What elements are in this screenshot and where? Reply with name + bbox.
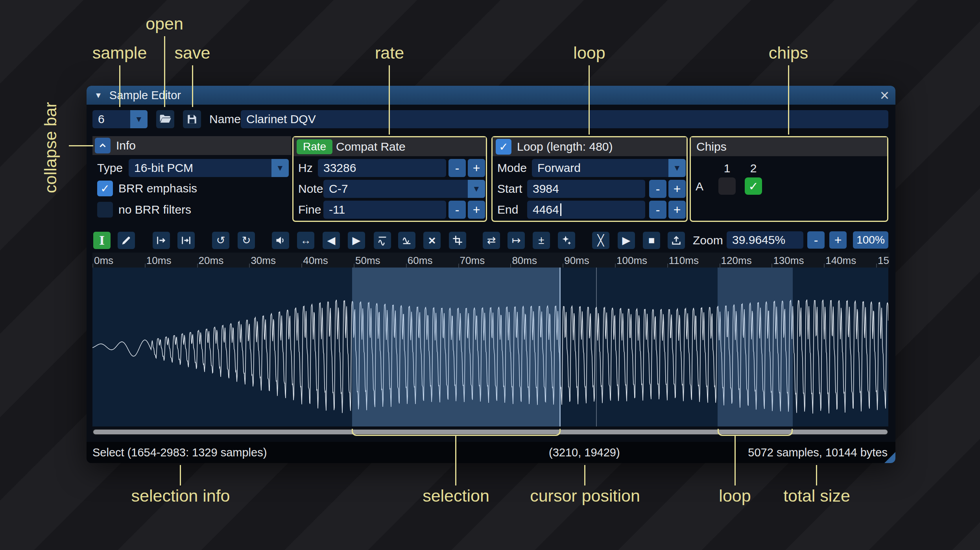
- waveform-view[interactable]: [92, 268, 888, 426]
- zoom-plus-button[interactable]: +: [829, 231, 847, 249]
- ruler-label: 150ms: [878, 255, 890, 267]
- annotation-collapse-bar-line: [69, 145, 93, 146]
- cursor-line: [596, 268, 597, 426]
- loop-end-input[interactable]: 4464: [527, 201, 645, 219]
- insert-silence-button[interactable]: [374, 232, 391, 249]
- info-panel: Info Type 16-bit PCM ▼ ✓ BRR emphasis no…: [92, 136, 291, 222]
- preview-button[interactable]: ▶: [618, 232, 635, 249]
- chevron-down-icon[interactable]: ▼: [130, 110, 148, 128]
- loop-start-value: 3984: [533, 182, 559, 196]
- resize-button[interactable]: [153, 232, 170, 249]
- loop-start-input[interactable]: 3984: [527, 180, 645, 198]
- upload-icon: [671, 235, 682, 246]
- edit-mode-select-button[interactable]: I: [93, 232, 111, 249]
- selection-region[interactable]: [352, 268, 561, 426]
- collapse-bar-button[interactable]: [95, 138, 111, 153]
- rate-panel-header: Rate Compat Rate: [293, 137, 486, 156]
- fine-minus-button[interactable]: -: [448, 201, 466, 219]
- create-wavetable-button[interactable]: [668, 232, 685, 249]
- hz-value: 33286: [323, 161, 356, 175]
- save-sample-button[interactable]: [183, 110, 201, 128]
- mode-label: Mode: [497, 159, 527, 177]
- annotation-selection-info-line: [180, 465, 181, 485]
- ruler-tick: [876, 264, 877, 268]
- zoom-reset-button[interactable]: 100%: [853, 231, 888, 249]
- loop-checkbox[interactable]: ✓: [496, 139, 511, 155]
- chip-1-checkbox[interactable]: [718, 177, 736, 195]
- hz-plus-button[interactable]: +: [468, 159, 485, 177]
- zoom-value: 39.9645%: [732, 233, 785, 247]
- hz-input[interactable]: 33286: [318, 159, 446, 177]
- ruler-tick: [824, 264, 825, 268]
- annotation-loop-line: [589, 65, 590, 135]
- type-label: Type: [97, 159, 123, 177]
- loop-start-plus-button[interactable]: +: [668, 180, 686, 198]
- zoom-minus-button[interactable]: -: [807, 231, 825, 249]
- titlebar[interactable]: ▼ Sample Editor: [87, 86, 895, 105]
- wave-overline-icon: [377, 235, 388, 246]
- annotation-selection: selection: [423, 486, 489, 506]
- no-brr-filters-checkbox[interactable]: [97, 202, 113, 218]
- brr-emphasis-checkbox[interactable]: ✓: [97, 181, 113, 196]
- chevron-down-icon[interactable]: ▼: [668, 159, 686, 177]
- speaker-icon: [275, 235, 286, 246]
- text-caret: [560, 203, 561, 216]
- rate-button[interactable]: Rate: [297, 139, 332, 154]
- statusbar: Select (1654-2983: 1329 samples) (3210, …: [87, 442, 895, 463]
- reverse-button[interactable]: ⇄: [483, 232, 500, 249]
- invert-button[interactable]: ↦: [508, 232, 525, 249]
- chevron-down-icon[interactable]: ▼: [468, 180, 485, 198]
- annotation-cursor-position: cursor position: [530, 486, 640, 506]
- crossfade-button[interactable]: ╳: [592, 232, 609, 249]
- type-select[interactable]: 16-bit PCM ▼: [129, 159, 289, 177]
- fade-out-button[interactable]: ▶: [348, 232, 365, 249]
- ruler-label: 60ms: [408, 255, 433, 267]
- loop-region[interactable]: [718, 268, 793, 426]
- filter-button[interactable]: [558, 232, 575, 249]
- trim-button[interactable]: [449, 232, 466, 249]
- fade-in-button[interactable]: ◀: [323, 232, 340, 249]
- loop-end-plus-button[interactable]: +: [668, 201, 686, 219]
- sample-number-select[interactable]: 6 ▼: [92, 110, 148, 128]
- undo-button[interactable]: ↺: [212, 232, 229, 249]
- delete-button[interactable]: ×: [423, 232, 441, 249]
- resize-grip[interactable]: [884, 452, 895, 463]
- hz-minus-button[interactable]: -: [448, 159, 466, 177]
- open-sample-button[interactable]: [156, 110, 174, 128]
- info-panel-header: Info: [92, 136, 291, 155]
- swap-arrows-icon: ⇄: [487, 234, 496, 247]
- fine-plus-button[interactable]: +: [468, 201, 485, 219]
- triangle-left-icon: ◀: [327, 234, 336, 247]
- ruler-label: 50ms: [355, 255, 380, 267]
- sign-button[interactable]: ±: [533, 232, 550, 249]
- redo-button[interactable]: ↻: [238, 232, 255, 249]
- edit-mode-draw-button[interactable]: [118, 232, 135, 249]
- pencil-icon: [121, 235, 132, 246]
- annotation-chips: chips: [769, 43, 808, 63]
- chip-2-checkbox[interactable]: ✓: [745, 177, 762, 195]
- annotation-sample-line: [119, 65, 120, 107]
- loop-mode-select[interactable]: Forward ▼: [532, 159, 686, 177]
- apply-silence-button[interactable]: [398, 232, 415, 249]
- chevron-down-icon[interactable]: ▼: [271, 159, 289, 177]
- cross-lines-icon: ╳: [598, 234, 604, 247]
- amplify-button[interactable]: [272, 232, 289, 249]
- name-input[interactable]: Clarinet DQV: [241, 110, 888, 128]
- check-icon: ✓: [748, 179, 758, 193]
- timeline-ruler[interactable]: 0ms10ms20ms30ms40ms50ms60ms70ms80ms90ms1…: [92, 253, 890, 268]
- close-icon[interactable]: ×: [880, 87, 889, 103]
- window-collapse-icon[interactable]: ▼: [94, 91, 102, 100]
- stop-preview-button[interactable]: ■: [643, 232, 660, 249]
- bar-double-arrow-icon: [181, 235, 192, 246]
- loop-end-minus-button[interactable]: -: [649, 201, 666, 219]
- normalize-button[interactable]: ↔: [297, 232, 314, 249]
- loop-end-label: End: [497, 201, 518, 219]
- compat-rate-label: Compat Rate: [336, 140, 406, 153]
- info-header-label: Info: [116, 139, 136, 152]
- ruler-label: 30ms: [251, 255, 276, 267]
- note-select[interactable]: C-7 ▼: [323, 180, 485, 198]
- zoom-input[interactable]: 39.9645%: [727, 231, 803, 249]
- fine-input[interactable]: -11: [323, 201, 446, 219]
- loop-start-minus-button[interactable]: -: [649, 180, 666, 198]
- resample-button[interactable]: [177, 232, 195, 249]
